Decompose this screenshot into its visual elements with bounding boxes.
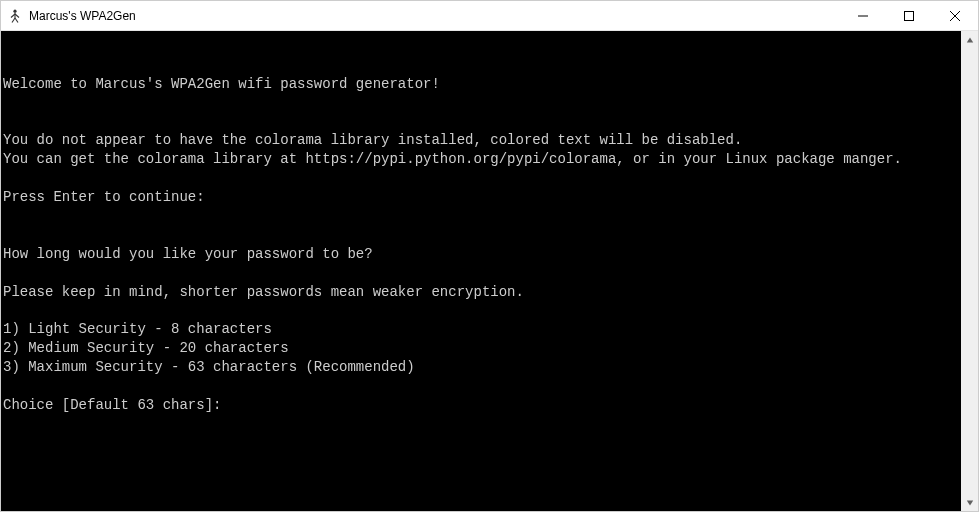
- svg-rect-7: [905, 12, 914, 21]
- close-button[interactable]: [932, 1, 978, 31]
- window-controls: [840, 1, 978, 30]
- terminal-line: [3, 377, 961, 396]
- terminal-line: How long would you like your password to…: [3, 245, 961, 264]
- svg-line-5: [15, 18, 18, 23]
- terminal-line: [3, 264, 961, 283]
- terminal-line: Choice [Default 63 chars]:: [3, 396, 961, 415]
- app-icon: [7, 8, 23, 24]
- svg-line-4: [12, 18, 15, 23]
- terminal-line: You do not appear to have the colorama l…: [3, 131, 961, 150]
- terminal-line: 1) Light Security - 8 characters: [3, 320, 961, 339]
- vertical-scrollbar[interactable]: [961, 31, 978, 511]
- terminal-line: [3, 207, 961, 226]
- terminal-line: 3) Maximum Security - 63 characters (Rec…: [3, 358, 961, 377]
- terminal-line: Press Enter to continue:: [3, 188, 961, 207]
- terminal-line: [3, 169, 961, 188]
- terminal-line: [3, 94, 961, 113]
- window-titlebar: Marcus's WPA2Gen: [1, 1, 978, 31]
- svg-line-2: [11, 14, 15, 18]
- terminal-line: You can get the colorama library at http…: [3, 150, 961, 169]
- content-wrapper: Welcome to Marcus's WPA2Gen wifi passwor…: [1, 31, 978, 511]
- svg-marker-11: [966, 500, 972, 505]
- terminal-output[interactable]: Welcome to Marcus's WPA2Gen wifi passwor…: [1, 31, 961, 511]
- terminal-line: Welcome to Marcus's WPA2Gen wifi passwor…: [3, 75, 961, 94]
- minimize-button[interactable]: [840, 1, 886, 31]
- terminal-line: [3, 301, 961, 320]
- scroll-down-arrow-icon[interactable]: [961, 494, 978, 511]
- window-title: Marcus's WPA2Gen: [29, 9, 136, 23]
- svg-point-0: [13, 9, 16, 12]
- terminal-line: 2) Medium Security - 20 characters: [3, 339, 961, 358]
- terminal-line: [3, 56, 961, 75]
- terminal-line: [3, 226, 961, 245]
- svg-marker-10: [966, 37, 972, 42]
- scroll-up-arrow-icon[interactable]: [961, 31, 978, 48]
- maximize-button[interactable]: [886, 1, 932, 31]
- terminal-line: [3, 113, 961, 132]
- terminal-line: [3, 37, 961, 56]
- scrollbar-track[interactable]: [961, 48, 978, 494]
- terminal-line: Please keep in mind, shorter passwords m…: [3, 283, 961, 302]
- svg-line-3: [15, 14, 19, 18]
